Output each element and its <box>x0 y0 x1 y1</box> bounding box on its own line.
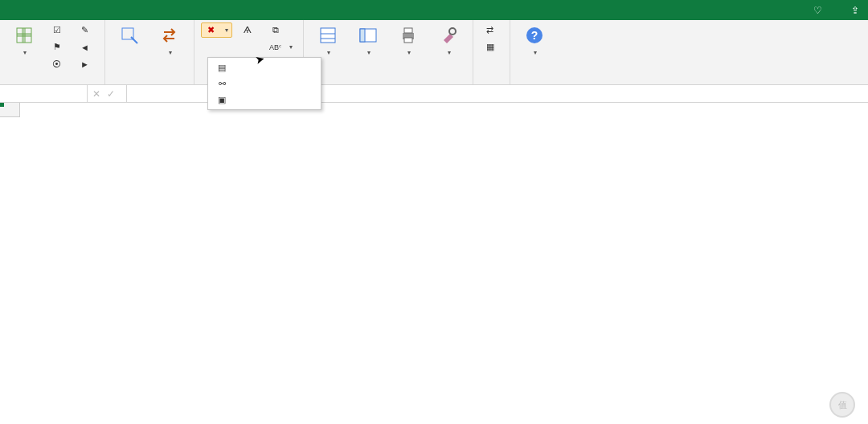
locate-button[interactable] <box>112 22 147 50</box>
svg-point-13 <box>449 28 456 35</box>
name-box[interactable] <box>0 85 88 102</box>
batch-delete-button[interactable]: ✖▾ <box>201 22 232 38</box>
worksheet-icon <box>358 25 379 46</box>
tools-icon <box>438 25 459 46</box>
memory-button[interactable]: ✎ <box>75 22 98 38</box>
eye-icon: ⦿ <box>51 58 63 70</box>
flag-icon: ⚑ <box>51 41 63 53</box>
ribbon-group-locate: ▾ <box>105 20 194 84</box>
copy-icon: ⧉ <box>269 24 281 36</box>
delete-object-icon: ▣ <box>216 94 227 105</box>
chevron-down-icon: ▾ <box>169 49 172 56</box>
group-label-workbook <box>310 82 466 84</box>
svg-line-4 <box>131 37 137 43</box>
convert-icon <box>159 25 180 46</box>
spotlight-icon <box>14 25 35 46</box>
next-button[interactable]: ► <box>75 56 98 71</box>
help-button[interactable]: ?▾ <box>517 22 552 59</box>
worksheet-grid[interactable] <box>0 103 868 424</box>
chevron-down-icon: ▾ <box>448 49 451 56</box>
formula-bar: ✕ ✓ <box>0 85 868 103</box>
svg-rect-5 <box>321 28 335 43</box>
column-headers[interactable] <box>20 103 868 117</box>
group-label-help <box>517 82 552 84</box>
formula-controls: ✕ ✓ <box>88 85 127 102</box>
worksheet-mgmt-button[interactable]: ▾ <box>350 22 386 59</box>
workbook-icon <box>317 25 338 46</box>
share-button[interactable]: ⇪ <box>845 5 868 16</box>
group-label-formula <box>480 82 503 84</box>
chevron-down-icon: ▾ <box>289 43 293 51</box>
text-process-button[interactable]: Ѧ <box>237 22 260 38</box>
name-box-input[interactable] <box>5 88 82 100</box>
ribbon-group-formula: ⇄ ▦ <box>473 20 510 84</box>
show-settings-button[interactable]: ☑ <box>47 22 70 38</box>
delete-icon: ✖ <box>205 24 217 36</box>
menu-delete-object[interactable]: ▣ <box>208 92 321 108</box>
calculator-button[interactable]: ▦ <box>480 39 503 55</box>
chevron-down-icon: ▾ <box>407 49 411 56</box>
multi-copy-button[interactable]: ⧉ <box>265 22 297 38</box>
cells-area[interactable] <box>20 117 868 424</box>
chevron-down-icon: ▾ <box>23 49 27 56</box>
convert-ref-icon: ⇄ <box>484 24 496 36</box>
ribbon-group-help: ?▾ <box>510 20 559 84</box>
tell-me-box[interactable]: ♡ <box>807 5 832 16</box>
accept-icon[interactable]: ✓ <box>107 88 115 100</box>
svg-rect-9 <box>360 29 365 42</box>
start-from-current-button[interactable]: ⚑ <box>47 39 70 55</box>
print-icon <box>398 25 419 46</box>
svg-rect-2 <box>22 28 26 43</box>
svg-text:?: ? <box>531 29 538 42</box>
menu-bar: ♡ ⇪ <box>0 0 868 20</box>
calculator-icon: ▦ <box>484 41 496 53</box>
help-icon: ? <box>524 25 545 46</box>
chevron-down-icon: ▾ <box>225 26 228 34</box>
cancel-icon[interactable]: ✕ <box>92 88 100 100</box>
share-icon: ⇪ <box>851 5 859 16</box>
group-label-view <box>6 82 98 84</box>
select-all-corner[interactable] <box>0 103 20 117</box>
arrow-left-icon: ◄ <box>79 41 91 53</box>
chevron-down-icon: ▾ <box>327 49 330 56</box>
superscript-icon: ABᶜ <box>269 41 281 53</box>
chevron-down-icon: ▾ <box>367 49 371 56</box>
unlink-icon: ⚯ <box>216 78 227 89</box>
memory-icon: ✎ <box>79 24 91 36</box>
workbook-mgmt-button[interactable]: ▾ <box>310 22 346 59</box>
locate-icon <box>119 25 140 46</box>
chevron-down-icon: ▾ <box>534 49 537 56</box>
superscript-button[interactable]: ABᶜ▾ <box>265 39 297 55</box>
arrow-right-icon: ► <box>79 58 91 70</box>
svg-rect-11 <box>404 28 412 33</box>
text-icon: Ѧ <box>241 24 253 36</box>
prev-button[interactable]: ◄ <box>75 39 98 55</box>
adv-print-button[interactable]: ▾ <box>391 22 426 59</box>
watermark: 值 <box>829 392 860 418</box>
settings-icon: ☑ <box>51 24 63 36</box>
svg-rect-12 <box>404 38 412 43</box>
ribbon: ▾ ☑ ⚑ ⦿ ✎ ◄ ► ▾ <box>0 20 868 85</box>
watermark-logo-icon: 值 <box>829 392 855 418</box>
spotlight-button[interactable]: ▾ <box>6 22 42 59</box>
ribbon-group-view: ▾ ☑ ⚑ ⦿ ✎ ◄ ► <box>0 20 105 84</box>
special-tools-button[interactable]: ▾ <box>431 22 466 59</box>
ribbon-group-workbook: ▾ ▾ ▾ ▾ <box>304 20 473 84</box>
menu-cancel-hyperlink[interactable]: ⚯ <box>208 75 321 92</box>
delete-row-icon: ▤ <box>216 62 227 73</box>
lightbulb-icon: ♡ <box>813 5 822 16</box>
convert-ref-button[interactable]: ⇄ <box>480 22 503 38</box>
convert-button[interactable]: ▾ <box>152 22 187 59</box>
show-hide-button[interactable]: ⦿ <box>47 56 70 71</box>
